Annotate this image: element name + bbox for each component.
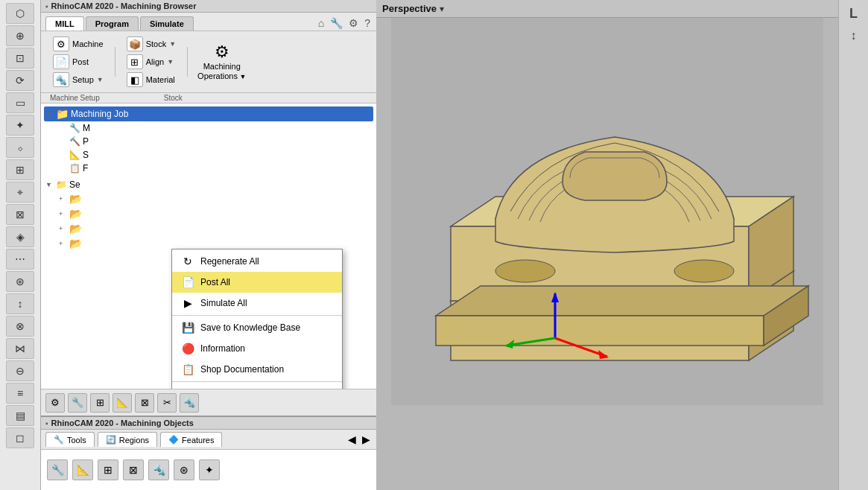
tab-simulate[interactable]: Simulate (140, 16, 194, 31)
machine-button[interactable]: ⚙ Machine (48, 35, 108, 53)
menu-delete-all[interactable]: ✂ Delete All (172, 384, 342, 389)
bottom-btn-5[interactable]: ⊠ (135, 393, 154, 413)
sidebar-icon-7[interactable]: ⬦ (6, 137, 34, 158)
sidebar-icon-5[interactable]: ▭ (6, 92, 34, 113)
sidebar-icon-3[interactable]: ⊡ (6, 48, 34, 69)
material-button[interactable]: ◧ Material (122, 71, 180, 89)
svg-marker-10 (436, 286, 808, 316)
se-children: + 📂 + 📂 + 📂 + 📂 (44, 191, 373, 251)
root-expand[interactable]: ▼ (45, 110, 54, 118)
menu-shop-docs[interactable]: 📋 Shop Documentation (172, 359, 342, 380)
nav-left[interactable]: ◀ (346, 432, 358, 447)
sidebar-icon-12[interactable]: ⋯ (6, 249, 34, 270)
tools-icon: 🔧 (54, 435, 64, 445)
nav-right[interactable]: ▶ (361, 432, 372, 447)
home-icon[interactable]: ⌂ (317, 16, 326, 31)
se-child-3[interactable]: + 📂 (57, 221, 373, 236)
obj-btn-5[interactable]: 🔩 (148, 459, 169, 480)
machining-ops-button[interactable]: ⚙ MachiningOperations ▼ (191, 41, 252, 83)
obj-btn-3[interactable]: ⊞ (98, 459, 118, 480)
shop-docs-icon: 📋 (181, 363, 194, 376)
stock-label: Stock (146, 39, 167, 48)
sidebar-icon-13[interactable]: ⊛ (6, 271, 34, 292)
sidebar-icon-17[interactable]: ⊖ (6, 360, 34, 381)
wrench-icon[interactable]: 🔧 (329, 16, 344, 31)
tree-item-3[interactable]: 📐 S (44, 148, 373, 162)
tree-item-4[interactable]: 📋 F (44, 162, 373, 175)
sidebar-icon-1[interactable]: ⬡ (6, 3, 34, 24)
tools-tab[interactable]: 🔧 Tools (45, 432, 95, 447)
menu-post-all[interactable]: 📄 Post All (172, 272, 342, 293)
obj-btn-7[interactable]: ✦ (199, 459, 220, 480)
menu-regenerate-all[interactable]: ↻ Regenerate All (172, 251, 342, 272)
menu-simulate-all[interactable]: ▶ Simulate All (172, 293, 342, 314)
viewport-arrow[interactable]: ▾ (440, 4, 444, 14)
right-panel: L ↕ (838, 0, 868, 490)
machine-icon: ⚙ (53, 36, 69, 51)
se-expand[interactable]: ▼ (45, 181, 54, 188)
sidebar-icon-6[interactable]: ✦ (6, 115, 34, 136)
features-label: Features (182, 436, 214, 445)
objects-collapse[interactable]: ▪ (45, 419, 48, 427)
post-button[interactable]: 📄 Post (48, 53, 93, 71)
align-button[interactable]: ⊞ Align ▼ (122, 53, 178, 71)
sidebar-icon-20[interactable]: ◻ (6, 427, 34, 448)
sidebar-icon-19[interactable]: ▤ (6, 405, 34, 426)
menu-information[interactable]: 🔴 Information (172, 338, 342, 359)
material-icon: ◧ (127, 72, 143, 87)
sidebar-icon-14[interactable]: ↕ (6, 293, 34, 314)
tab-mill[interactable]: MILL (45, 16, 84, 31)
bottom-btn-4[interactable]: 📐 (113, 393, 132, 413)
setup-button[interactable]: 🔩 Setup ▼ (48, 71, 108, 89)
sidebar-icon-11[interactable]: ◈ (6, 226, 34, 247)
features-tab[interactable]: 🔷 Features (160, 432, 222, 447)
tree-item-se[interactable]: ▼ 📁 Se (44, 178, 373, 191)
tree-root[interactable]: ▼ 📁 Machining Job (44, 106, 373, 121)
collapse-btn[interactable]: ▪ (45, 2, 48, 10)
right-icon-1[interactable]: L (846, 3, 861, 25)
bottom-btn-2[interactable]: 🔧 (68, 393, 87, 413)
item1-label: M (83, 123, 90, 133)
sidebar-icon-9[interactable]: ⌖ (6, 182, 34, 203)
right-icon-2[interactable]: ↕ (848, 26, 860, 45)
obj-btn-6[interactable]: ⊛ (174, 459, 194, 480)
se-child-1[interactable]: + 📂 (57, 191, 373, 206)
tree-item-2[interactable]: 🔨 P (44, 135, 373, 148)
top-tabs: MILL Program Simulate ⌂ 🔧 ⚙ ? (41, 13, 376, 31)
menu-save-knowledge[interactable]: 💾 Save to Knowledge Base (172, 317, 342, 338)
bottom-btn-6[interactable]: ✂ (157, 393, 177, 413)
bottom-btn-7[interactable]: 🔩 (180, 393, 199, 413)
regions-tab[interactable]: 🔄 Regions (98, 432, 157, 447)
objects-titlebar: ▪ RhinoCAM 2020 - Machining Objects (41, 417, 376, 430)
se-child3-expand: + (59, 225, 68, 232)
sidebar-icon-18[interactable]: ≡ (6, 383, 34, 404)
item3-icon: 📐 (69, 150, 80, 160)
sidebar-icon-2[interactable]: ⊕ (6, 25, 34, 46)
sidebar-icon-4[interactable]: ⟳ (6, 70, 34, 91)
sidebar-icon-16[interactable]: ⋈ (6, 338, 34, 359)
help-icon[interactable]: ? (363, 16, 372, 31)
bottom-btn-1[interactable]: ⚙ (45, 393, 65, 413)
item2-icon: 🔨 (69, 136, 80, 147)
se-label: Se (69, 179, 80, 190)
obj-btn-1[interactable]: 🔧 (47, 459, 68, 480)
regions-label: Regions (119, 436, 149, 445)
sidebar-icon-10[interactable]: ⊠ (6, 204, 34, 225)
se-child-2[interactable]: + 📂 (57, 206, 373, 221)
regions-icon: 🔄 (106, 435, 116, 445)
root-folder-icon: 📁 (56, 108, 69, 120)
bottom-btn-3[interactable]: ⊞ (90, 393, 110, 413)
objects-toolbar: 🔧 Tools 🔄 Regions 🔷 Features ◀ ▶ (41, 430, 376, 450)
tree-item-1[interactable]: 🔧 M (44, 121, 373, 135)
obj-btn-2[interactable]: 📐 (72, 459, 93, 480)
stock-button[interactable]: 📦 Stock ▼ (122, 35, 180, 53)
objects-title: RhinoCAM 2020 - Machining Objects (51, 419, 194, 427)
sidebar-icon-15[interactable]: ⊗ (6, 316, 34, 337)
obj-btn-4[interactable]: ⊠ (123, 459, 144, 480)
features-icon: 🔷 (168, 435, 179, 445)
svg-marker-11 (436, 316, 764, 346)
tab-program[interactable]: Program (86, 16, 139, 31)
se-icon: 📁 (56, 179, 67, 190)
sidebar-icon-8[interactable]: ⊞ (6, 159, 34, 180)
gear-icon[interactable]: ⚙ (347, 16, 360, 31)
